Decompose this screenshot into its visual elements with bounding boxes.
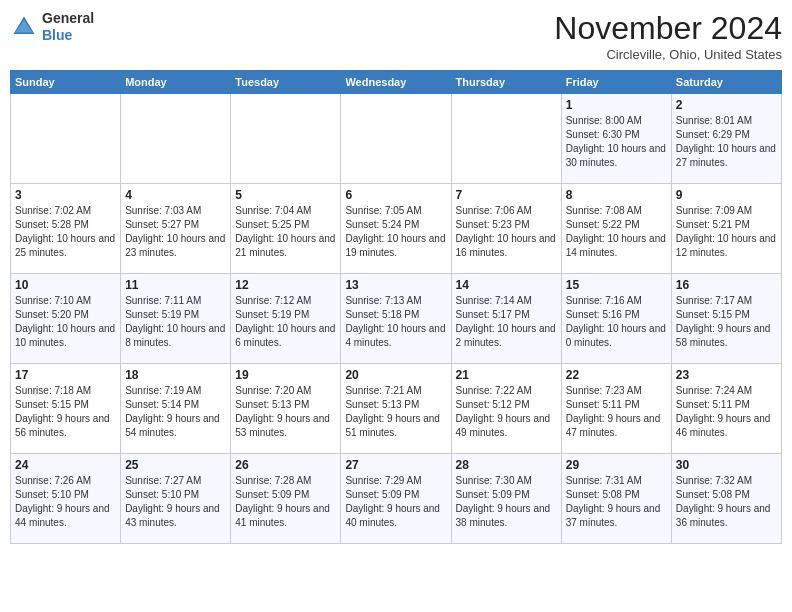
day-info: Sunrise: 8:00 AM Sunset: 6:30 PM Dayligh… bbox=[566, 114, 667, 170]
weekday-header-tuesday: Tuesday bbox=[231, 71, 341, 94]
day-cell: 24Sunrise: 7:26 AM Sunset: 5:10 PM Dayli… bbox=[11, 454, 121, 544]
day-cell bbox=[121, 94, 231, 184]
day-info: Sunrise: 7:28 AM Sunset: 5:09 PM Dayligh… bbox=[235, 474, 336, 530]
day-cell: 29Sunrise: 7:31 AM Sunset: 5:08 PM Dayli… bbox=[561, 454, 671, 544]
day-cell: 4Sunrise: 7:03 AM Sunset: 5:27 PM Daylig… bbox=[121, 184, 231, 274]
day-info: Sunrise: 7:11 AM Sunset: 5:19 PM Dayligh… bbox=[125, 294, 226, 350]
day-info: Sunrise: 7:05 AM Sunset: 5:24 PM Dayligh… bbox=[345, 204, 446, 260]
day-info: Sunrise: 7:31 AM Sunset: 5:08 PM Dayligh… bbox=[566, 474, 667, 530]
day-cell: 11Sunrise: 7:11 AM Sunset: 5:19 PM Dayli… bbox=[121, 274, 231, 364]
logo-icon bbox=[10, 13, 38, 41]
day-number: 5 bbox=[235, 188, 336, 202]
day-cell bbox=[11, 94, 121, 184]
day-info: Sunrise: 7:24 AM Sunset: 5:11 PM Dayligh… bbox=[676, 384, 777, 440]
day-cell: 1Sunrise: 8:00 AM Sunset: 6:30 PM Daylig… bbox=[561, 94, 671, 184]
day-number: 27 bbox=[345, 458, 446, 472]
day-cell: 8Sunrise: 7:08 AM Sunset: 5:22 PM Daylig… bbox=[561, 184, 671, 274]
day-cell: 16Sunrise: 7:17 AM Sunset: 5:15 PM Dayli… bbox=[671, 274, 781, 364]
calendar: SundayMondayTuesdayWednesdayThursdayFrid… bbox=[10, 70, 782, 544]
day-number: 15 bbox=[566, 278, 667, 292]
day-number: 22 bbox=[566, 368, 667, 382]
day-cell bbox=[451, 94, 561, 184]
day-info: Sunrise: 7:20 AM Sunset: 5:13 PM Dayligh… bbox=[235, 384, 336, 440]
day-number: 14 bbox=[456, 278, 557, 292]
day-number: 25 bbox=[125, 458, 226, 472]
day-number: 6 bbox=[345, 188, 446, 202]
day-number: 26 bbox=[235, 458, 336, 472]
day-number: 19 bbox=[235, 368, 336, 382]
day-cell: 2Sunrise: 8:01 AM Sunset: 6:29 PM Daylig… bbox=[671, 94, 781, 184]
day-info: Sunrise: 7:08 AM Sunset: 5:22 PM Dayligh… bbox=[566, 204, 667, 260]
day-info: Sunrise: 7:27 AM Sunset: 5:10 PM Dayligh… bbox=[125, 474, 226, 530]
day-cell: 6Sunrise: 7:05 AM Sunset: 5:24 PM Daylig… bbox=[341, 184, 451, 274]
day-number: 8 bbox=[566, 188, 667, 202]
weekday-header-monday: Monday bbox=[121, 71, 231, 94]
weekday-header-saturday: Saturday bbox=[671, 71, 781, 94]
day-cell: 7Sunrise: 7:06 AM Sunset: 5:23 PM Daylig… bbox=[451, 184, 561, 274]
day-cell: 19Sunrise: 7:20 AM Sunset: 5:13 PM Dayli… bbox=[231, 364, 341, 454]
day-info: Sunrise: 7:22 AM Sunset: 5:12 PM Dayligh… bbox=[456, 384, 557, 440]
week-row-1: 1Sunrise: 8:00 AM Sunset: 6:30 PM Daylig… bbox=[11, 94, 782, 184]
day-number: 28 bbox=[456, 458, 557, 472]
day-number: 21 bbox=[456, 368, 557, 382]
day-cell: 17Sunrise: 7:18 AM Sunset: 5:15 PM Dayli… bbox=[11, 364, 121, 454]
day-info: Sunrise: 7:26 AM Sunset: 5:10 PM Dayligh… bbox=[15, 474, 116, 530]
page-header: General Blue November 2024 Circleville, … bbox=[10, 10, 782, 62]
day-info: Sunrise: 7:02 AM Sunset: 5:28 PM Dayligh… bbox=[15, 204, 116, 260]
weekday-header-thursday: Thursday bbox=[451, 71, 561, 94]
day-number: 23 bbox=[676, 368, 777, 382]
day-info: Sunrise: 7:16 AM Sunset: 5:16 PM Dayligh… bbox=[566, 294, 667, 350]
day-number: 11 bbox=[125, 278, 226, 292]
day-cell: 20Sunrise: 7:21 AM Sunset: 5:13 PM Dayli… bbox=[341, 364, 451, 454]
day-info: Sunrise: 8:01 AM Sunset: 6:29 PM Dayligh… bbox=[676, 114, 777, 170]
week-row-3: 10Sunrise: 7:10 AM Sunset: 5:20 PM Dayli… bbox=[11, 274, 782, 364]
title-block: November 2024 Circleville, Ohio, United … bbox=[554, 10, 782, 62]
logo-text: General Blue bbox=[42, 10, 94, 44]
day-number: 9 bbox=[676, 188, 777, 202]
week-row-5: 24Sunrise: 7:26 AM Sunset: 5:10 PM Dayli… bbox=[11, 454, 782, 544]
day-number: 17 bbox=[15, 368, 116, 382]
day-info: Sunrise: 7:09 AM Sunset: 5:21 PM Dayligh… bbox=[676, 204, 777, 260]
day-number: 13 bbox=[345, 278, 446, 292]
day-cell: 15Sunrise: 7:16 AM Sunset: 5:16 PM Dayli… bbox=[561, 274, 671, 364]
day-cell: 14Sunrise: 7:14 AM Sunset: 5:17 PM Dayli… bbox=[451, 274, 561, 364]
day-info: Sunrise: 7:30 AM Sunset: 5:09 PM Dayligh… bbox=[456, 474, 557, 530]
day-cell: 28Sunrise: 7:30 AM Sunset: 5:09 PM Dayli… bbox=[451, 454, 561, 544]
day-cell: 10Sunrise: 7:10 AM Sunset: 5:20 PM Dayli… bbox=[11, 274, 121, 364]
day-cell: 13Sunrise: 7:13 AM Sunset: 5:18 PM Dayli… bbox=[341, 274, 451, 364]
day-info: Sunrise: 7:13 AM Sunset: 5:18 PM Dayligh… bbox=[345, 294, 446, 350]
day-number: 20 bbox=[345, 368, 446, 382]
day-number: 29 bbox=[566, 458, 667, 472]
day-info: Sunrise: 7:29 AM Sunset: 5:09 PM Dayligh… bbox=[345, 474, 446, 530]
location: Circleville, Ohio, United States bbox=[554, 47, 782, 62]
day-number: 10 bbox=[15, 278, 116, 292]
day-number: 1 bbox=[566, 98, 667, 112]
day-cell: 25Sunrise: 7:27 AM Sunset: 5:10 PM Dayli… bbox=[121, 454, 231, 544]
day-info: Sunrise: 7:14 AM Sunset: 5:17 PM Dayligh… bbox=[456, 294, 557, 350]
day-cell: 21Sunrise: 7:22 AM Sunset: 5:12 PM Dayli… bbox=[451, 364, 561, 454]
day-info: Sunrise: 7:06 AM Sunset: 5:23 PM Dayligh… bbox=[456, 204, 557, 260]
day-number: 7 bbox=[456, 188, 557, 202]
week-row-2: 3Sunrise: 7:02 AM Sunset: 5:28 PM Daylig… bbox=[11, 184, 782, 274]
day-cell: 3Sunrise: 7:02 AM Sunset: 5:28 PM Daylig… bbox=[11, 184, 121, 274]
day-info: Sunrise: 7:03 AM Sunset: 5:27 PM Dayligh… bbox=[125, 204, 226, 260]
weekday-header-row: SundayMondayTuesdayWednesdayThursdayFrid… bbox=[11, 71, 782, 94]
day-cell: 22Sunrise: 7:23 AM Sunset: 5:11 PM Dayli… bbox=[561, 364, 671, 454]
logo: General Blue bbox=[10, 10, 94, 44]
day-number: 18 bbox=[125, 368, 226, 382]
day-cell: 30Sunrise: 7:32 AM Sunset: 5:08 PM Dayli… bbox=[671, 454, 781, 544]
day-info: Sunrise: 7:32 AM Sunset: 5:08 PM Dayligh… bbox=[676, 474, 777, 530]
day-cell: 23Sunrise: 7:24 AM Sunset: 5:11 PM Dayli… bbox=[671, 364, 781, 454]
week-row-4: 17Sunrise: 7:18 AM Sunset: 5:15 PM Dayli… bbox=[11, 364, 782, 454]
day-info: Sunrise: 7:21 AM Sunset: 5:13 PM Dayligh… bbox=[345, 384, 446, 440]
day-info: Sunrise: 7:23 AM Sunset: 5:11 PM Dayligh… bbox=[566, 384, 667, 440]
day-cell bbox=[231, 94, 341, 184]
day-cell: 27Sunrise: 7:29 AM Sunset: 5:09 PM Dayli… bbox=[341, 454, 451, 544]
day-cell: 26Sunrise: 7:28 AM Sunset: 5:09 PM Dayli… bbox=[231, 454, 341, 544]
weekday-header-friday: Friday bbox=[561, 71, 671, 94]
day-number: 12 bbox=[235, 278, 336, 292]
day-number: 3 bbox=[15, 188, 116, 202]
day-number: 4 bbox=[125, 188, 226, 202]
day-number: 24 bbox=[15, 458, 116, 472]
day-info: Sunrise: 7:10 AM Sunset: 5:20 PM Dayligh… bbox=[15, 294, 116, 350]
